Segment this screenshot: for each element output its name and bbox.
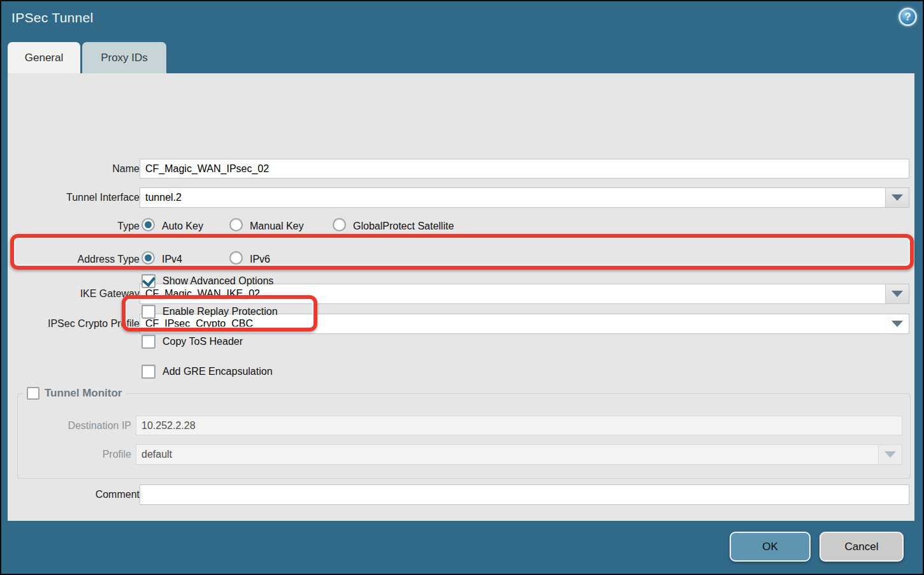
profile-input[interactable]	[136, 445, 878, 464]
tunnel-monitor-checkbox[interactable]	[27, 387, 40, 400]
ipsec-crypto-profile-dropdown-button[interactable]	[885, 314, 909, 333]
show-advanced-options-label: Show Advanced Options	[162, 275, 273, 287]
type-radio-auto-key[interactable]	[141, 218, 155, 231]
ipsec-crypto-profile-label: IPSec Crypto Profile	[20, 318, 140, 330]
tunnel-interface-input[interactable]	[140, 188, 885, 207]
tunnel-monitor-group: Tunnel Monitor Destination IP Profile	[17, 387, 911, 479]
type-radio-auto-key-label: Auto Key	[162, 221, 203, 232]
tunnel-interface-dropdown-button[interactable]	[885, 188, 909, 207]
tab-proxy-ids[interactable]: Proxy IDs	[82, 42, 166, 73]
ok-button[interactable]: OK	[730, 532, 811, 562]
destination-ip-label: Destination IP	[24, 420, 131, 432]
tunnel-interface-combo	[140, 187, 909, 208]
add-gre-encapsulation-checkbox[interactable]	[141, 365, 155, 379]
help-icon[interactable]: ?	[899, 8, 917, 26]
type-label: Type	[20, 221, 140, 232]
chevron-down-icon	[892, 321, 903, 327]
ipsec-tunnel-dialog: IPSec Tunnel ? General Proxy IDs Name Tu…	[0, 0, 924, 575]
enable-replay-protection-label: Enable Replay Protection	[162, 306, 278, 317]
copy-tos-header-checkbox[interactable]	[141, 335, 155, 349]
ike-gateway-label: IKE Gateway	[20, 288, 140, 300]
profile-dropdown-button[interactable]	[878, 445, 902, 464]
tunnel-monitor-label: Tunnel Monitor	[45, 387, 122, 400]
type-radio-manual-key[interactable]	[229, 218, 243, 231]
name-input[interactable]	[140, 159, 909, 178]
ike-gateway-dropdown-button[interactable]	[885, 284, 909, 303]
comment-input[interactable]	[140, 484, 909, 505]
enable-replay-protection-checkbox[interactable]	[141, 305, 155, 319]
cancel-button[interactable]: Cancel	[819, 532, 904, 562]
copy-tos-header-label: Copy ToS Header	[162, 336, 243, 347]
type-radio-globalprotect-satellite-label: GlobalProtect Satellite	[353, 221, 454, 232]
address-type-radio-ipv6-label: IPv6	[250, 254, 270, 265]
chevron-down-icon	[892, 291, 903, 297]
ike-gateway-input[interactable]	[140, 284, 885, 303]
address-type-radio-ipv4[interactable]	[141, 251, 155, 265]
add-gre-encapsulation-label: Add GRE Encapsulation	[162, 366, 273, 377]
profile-combo	[136, 444, 902, 465]
address-type-label: Address Type	[20, 254, 140, 265]
comment-label: Comment	[20, 489, 140, 500]
chevron-down-icon	[892, 194, 903, 201]
profile-label: Profile	[24, 449, 131, 460]
chevron-down-icon	[884, 451, 896, 458]
type-radio-manual-key-label: Manual Key	[250, 221, 304, 232]
tab-general[interactable]: General	[8, 42, 80, 73]
show-advanced-options-checkbox[interactable]	[141, 274, 155, 288]
type-radio-globalprotect-satellite[interactable]	[333, 218, 346, 231]
address-type-radio-ipv6[interactable]	[229, 251, 243, 265]
name-label: Name	[20, 163, 140, 175]
dialog-title: IPSec Tunnel	[11, 10, 94, 25]
address-type-radio-ipv4-label: IPv4	[162, 254, 182, 265]
general-tab-panel: Name Tunnel Interface Type Auto Key Manu…	[8, 73, 914, 521]
tunnel-interface-label: Tunnel Interface	[20, 192, 140, 203]
destination-ip-input[interactable]	[136, 416, 902, 435]
